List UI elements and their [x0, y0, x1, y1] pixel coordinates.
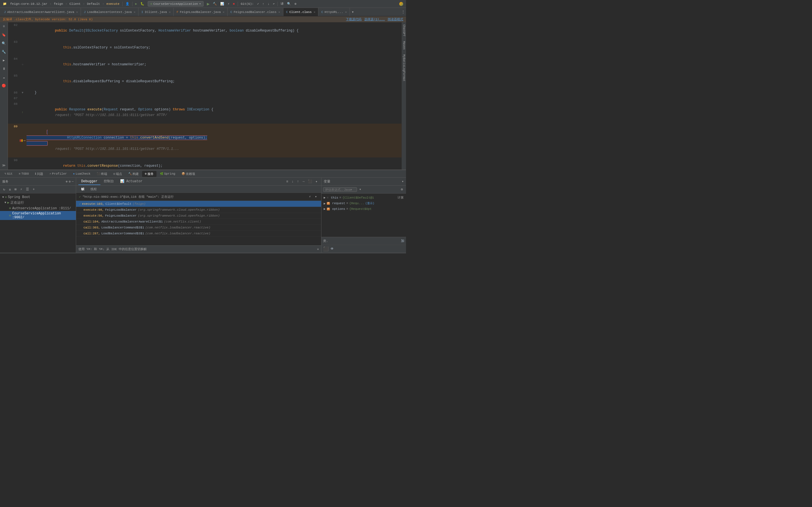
reader-mode-link[interactable]: 阅读器模式 — [388, 17, 403, 21]
debug-tool-frames[interactable]: ⬛ — [306, 179, 313, 184]
nav-tab-todo[interactable]: ≡ TODO — [16, 171, 32, 176]
var-item-options[interactable]: ▶ P options = {Request$Opt — [321, 206, 406, 212]
aws-icon[interactable]: ☁ — [1, 74, 7, 80]
close-tab-abstract[interactable]: ✕ — [76, 10, 78, 14]
tree-item-running[interactable]: ▼ ▶ 正在运行 — [0, 200, 76, 206]
close-tab-loadbalancer-context[interactable]: ✕ — [134, 10, 135, 14]
frame-item-0[interactable]: ✓ execute:103, Client$Default (feign) — [76, 201, 321, 207]
tab-console[interactable]: 控制台 — [101, 178, 117, 185]
debug-tool-step-into[interactable]: ↓ — [290, 179, 295, 184]
theme-button[interactable] — [398, 1, 404, 6]
tab-actuator[interactable]: 📊 Actuator — [117, 178, 146, 185]
run-button[interactable]: ▶ — [206, 1, 211, 7]
tab-http-url[interactable]: C HttpURL... ✕ — [318, 8, 350, 16]
close-tab-feign-lb-java[interactable]: ✕ — [223, 10, 224, 14]
view-icon[interactable]: 👁 — [331, 247, 334, 251]
breadcrumb-jar[interactable]: feign-core-10.12.jar — [9, 2, 49, 6]
nav-tab-dependencies[interactable]: 📦 依赖项 — [179, 171, 198, 177]
history-button[interactable]: ↶ — [272, 1, 276, 6]
service-toolbar-filter[interactable]: ⚡ — [19, 187, 24, 192]
service-settings-icon[interactable]: ⚙ — [69, 180, 71, 183]
code-editor[interactable]: 82 public Default(SSLSocketFactory sslCo… — [8, 22, 402, 170]
vars-settings-icon[interactable]: ⚙ — [400, 187, 404, 192]
subtab-threads[interactable]: 线程 — [88, 186, 100, 192]
calc-button-this[interactable]: 计算 — [398, 195, 404, 200]
breadcrumb-default[interactable]: Default — [86, 2, 101, 6]
find-icon[interactable]: 🔍 — [1, 40, 7, 47]
evaluate-expression-input[interactable] — [323, 187, 357, 192]
breadcrumb-execute[interactable]: execute — [105, 2, 120, 6]
breakpoint-marker[interactable] — [20, 139, 21, 142]
debug-tool-step-out[interactable]: ↑ — [296, 179, 300, 184]
debug-tool-run-cursor[interactable]: → — [301, 179, 306, 184]
expand-sidebar-button[interactable]: ≫ — [1, 162, 7, 168]
select-source-link[interactable]: 选择源(S)... — [364, 17, 385, 21]
bookmarks-icon[interactable]: 🔖 — [1, 32, 7, 38]
coverage-button[interactable]: 📊 — [219, 1, 225, 6]
more-tabs-button[interactable]: ▾ — [350, 10, 356, 14]
mybatis-panel-label[interactable]: MyBatisLogFormat — [402, 52, 406, 83]
nav-tab-profiler[interactable]: ⚡ Profiler — [47, 171, 70, 176]
frame-item-1[interactable]: execute:98, FeignLoadBalancer (org.sprin… — [76, 207, 321, 213]
nav-tab-spring[interactable]: 🌿 Spring — [157, 171, 178, 176]
service-minimize-icon[interactable]: — — [71, 180, 73, 183]
profile-button[interactable]: ⚡ — [226, 1, 231, 6]
git-label[interactable]: Git(G): — [240, 2, 255, 6]
close-tab-client-class[interactable]: ✕ — [313, 10, 315, 14]
play-button[interactable]: ▶ — [134, 1, 139, 6]
tree-item-courseservice[interactable]: ⊕ CourseServiceApplication :9002/ — [0, 211, 76, 220]
copy-icon[interactable]: ⬛ — [323, 246, 329, 252]
vcs-icon[interactable]: 👤 — [124, 1, 131, 6]
tree-item-spring-boot[interactable]: ▼ ⊕ Spring Boot — [0, 194, 76, 200]
maven-panel-label[interactable]: Maven — [402, 39, 406, 52]
nav-tab-services[interactable]: ⚙ 服务 — [142, 171, 156, 177]
push-button[interactable]: ↑ — [261, 2, 266, 6]
chatgpt-panel-label[interactable]: ChatGPT — [402, 22, 406, 39]
vars-collapse-icon[interactable]: ▾ — [402, 179, 404, 184]
run-icon[interactable]: ▶ — [1, 57, 7, 63]
nav-tab-build[interactable]: 🔨 构建 — [125, 171, 142, 177]
close-footer-icon[interactable]: ✕ — [317, 247, 319, 251]
download-source-link[interactable]: 下载源代码 — [346, 17, 361, 21]
var-item-this[interactable]: ▶ ≡ this = {Client$Default@1 计算 — [321, 194, 406, 201]
debug-tool-step-over[interactable]: ≡ — [285, 179, 290, 184]
close-tab-iclient[interactable]: ✕ — [169, 10, 170, 14]
nav-tab-endpoints[interactable]: ◎ 端点 — [110, 171, 125, 177]
close-tab-http-url[interactable]: ✕ — [345, 10, 347, 14]
tab-client-class[interactable]: C Client.class ✕ — [283, 8, 319, 16]
service-toolbar-collapse[interactable]: ⇊ — [7, 187, 12, 192]
checkmark-button[interactable]: ✓ — [256, 1, 260, 6]
structure-icon[interactable]: ≡ — [1, 23, 7, 30]
vars-add-watch-icon[interactable]: 加 — [401, 238, 404, 243]
debug-icon[interactable]: ⏸ — [1, 66, 7, 72]
tab-feign-loadbalancer-java[interactable]: F FeignLoadBalancer.java ✕ — [174, 8, 227, 16]
tools-icon[interactable]: 🔧 — [1, 49, 7, 55]
translate-button[interactable]: 译 — [280, 1, 285, 6]
frame-item-2[interactable]: execute:56, FeignLoadBalancer (org.sprin… — [76, 213, 321, 219]
tab-feign-loadbalancer-class[interactable]: C FeignLoadBalancer.class ✕ — [227, 8, 283, 16]
show-request-link[interactable]: (显示) — [365, 202, 374, 205]
plugin-icon[interactable]: 🔴 — [1, 82, 7, 89]
tab-iclient[interactable]: I IClient.java ✕ — [139, 8, 174, 16]
settings-button[interactable]: ⚙ — [293, 1, 297, 6]
service-toolbar-refresh[interactable]: ↻ — [2, 187, 6, 192]
breadcrumb-feign[interactable]: feign — [53, 2, 64, 6]
frame-item-5[interactable]: call:287, LoadBalancerCommand$3$1 (com.n… — [76, 231, 321, 237]
nav-tab-terminal[interactable]: ⬛ 终端 — [94, 171, 110, 177]
frame-item-3[interactable]: call:104, AbstractLoadBalancerAwareClien… — [76, 219, 321, 225]
subtab-frames[interactable]: 帧 — [79, 186, 87, 192]
stop-button[interactable]: ■ — [232, 2, 236, 6]
debug-button[interactable]: 🐛 — [139, 1, 146, 6]
nav-tab-problems[interactable]: ℹ 问题 — [32, 171, 46, 177]
var-item-request[interactable]: ▶ P request = {Requ... (显示) — [321, 201, 406, 206]
tab-debugger[interactable]: Debugger — [79, 178, 100, 185]
tab-loadbalancer-context[interactable]: J LoadBalancerContext.java ✕ — [81, 8, 139, 16]
service-toolbar-group[interactable]: ☰ — [24, 187, 31, 192]
project-icon[interactable]: 📁 — [2, 1, 8, 6]
java-lang-dropdown[interactable]: ▾ — [359, 187, 361, 191]
code-lines[interactable]: 82 public Default(SSLSocketFactory sslCo… — [8, 22, 402, 170]
run-config-selector[interactable]: ⚙ CourseServiceApplication ▾ — [148, 1, 204, 6]
thread-filter-icon[interactable]: ⚡ — [308, 194, 312, 200]
tab-options-button[interactable]: ⋮ — [402, 10, 405, 14]
frame-item-4[interactable]: call:303, LoadBalancerCommand$3$1 (com.n… — [76, 225, 321, 231]
